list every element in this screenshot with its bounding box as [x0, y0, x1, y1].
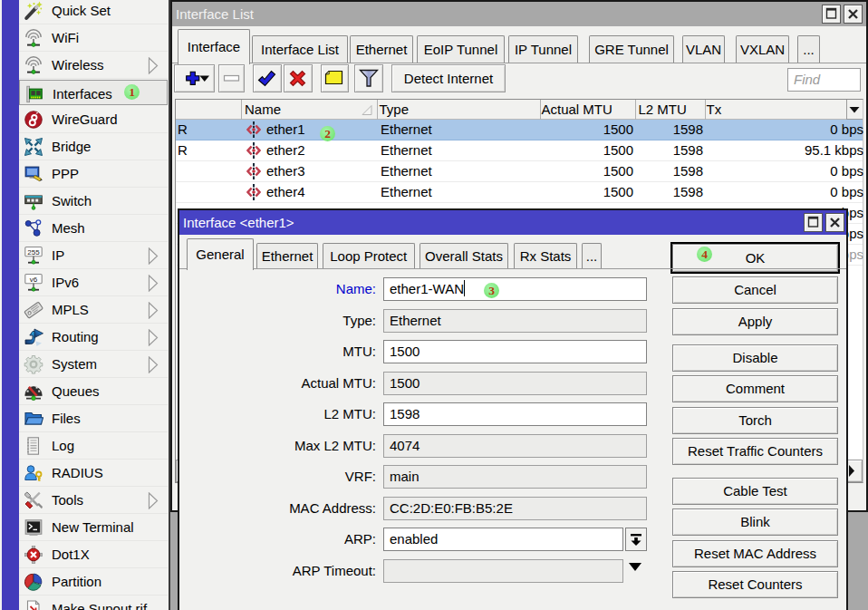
svg-text:v6: v6 — [30, 276, 38, 284]
svg-text:255: 255 — [27, 248, 40, 257]
